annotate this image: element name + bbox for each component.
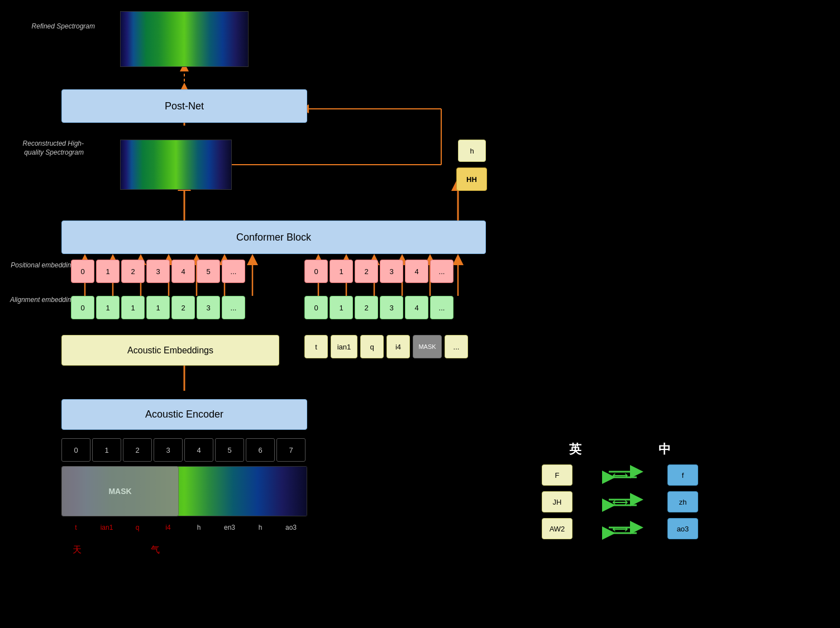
align-right-2: 2 [355, 296, 378, 319]
token-ian1: ian1 [92, 522, 121, 532]
hh-box: HH [456, 167, 487, 191]
pos-left-5: 5 [197, 260, 220, 283]
acoustic-embeddings-box: Acoustic Embeddings [61, 335, 279, 366]
align-right-4: 4 [405, 296, 428, 319]
token-ao3: ao3 [276, 522, 306, 532]
pos-right-3: 3 [380, 260, 403, 283]
phoneme-i4: i4 [386, 335, 410, 358]
chinese-tian: 天 [73, 544, 82, 556]
idx-5: 5 [215, 438, 244, 462]
chinese-qi: 气 [151, 544, 160, 556]
align-left-dots: ... [222, 296, 245, 319]
legend-ao3-box: ao3 [667, 518, 698, 539]
diagram-container: Refined Spectrogram Post-Net Reconstruct… [0, 0, 840, 628]
align-left-2: 1 [121, 296, 145, 319]
legend-arrow-1: ⟷ [612, 468, 628, 482]
conformer-block-box: Conformer Block [61, 220, 486, 254]
acoustic-encoder-box: Acoustic Encoder [61, 399, 307, 430]
align-left-1: 1 [96, 296, 120, 319]
legend-AW2-box: AW2 [542, 518, 572, 539]
align-right-0: 0 [304, 296, 328, 319]
legend-zh-box: zh [667, 491, 698, 512]
conformer-block-label: Conformer Block [236, 232, 311, 243]
align-right-dots: ... [430, 296, 454, 319]
phoneme-q: q [360, 335, 384, 358]
align-left-0: 0 [71, 296, 94, 319]
phoneme-dots: ... [445, 335, 468, 358]
pos-left-1: 1 [96, 260, 120, 283]
pos-right-2: 2 [355, 260, 378, 283]
legend-zh-title: 中 [642, 441, 687, 458]
pos-left-dots: ... [222, 260, 245, 283]
token-h2: h [246, 522, 275, 532]
align-left-5: 3 [197, 296, 220, 319]
post-net-label: Post-Net [165, 100, 204, 112]
idx-7: 7 [276, 438, 306, 462]
positional-embeddings-label: Positional embeddings [6, 261, 78, 270]
legend-arrow-2: ⟷ [612, 495, 628, 509]
pos-left-4: 4 [171, 260, 195, 283]
idx-2: 2 [123, 438, 152, 462]
token-en3: en3 [215, 522, 244, 532]
idx-1: 1 [92, 438, 121, 462]
token-i4: i4 [154, 522, 183, 532]
pos-left-3: 3 [146, 260, 170, 283]
pos-left-2: 2 [121, 260, 145, 283]
legend-arrow-3: ⟷ [612, 522, 628, 535]
legend-JH-box: JH [542, 491, 572, 512]
idx-0: 0 [61, 438, 90, 462]
acoustic-embeddings-label: Acoustic Embeddings [127, 346, 213, 356]
align-right-3: 3 [380, 296, 403, 319]
align-right-1: 1 [330, 296, 353, 319]
input-spectrogram-area: MASK [61, 466, 307, 516]
legend-en-title: 英 [553, 441, 598, 458]
phoneme-mask: MASK [413, 335, 442, 358]
reconstructed-label: Reconstructed High-quality Spectrogram [6, 140, 84, 157]
mask-overlay: MASK [61, 466, 179, 516]
token-h: h [184, 522, 213, 532]
acoustic-encoder-label: Acoustic Encoder [145, 409, 223, 420]
token-q: q [123, 522, 152, 532]
align-left-3: 1 [146, 296, 170, 319]
legend-f-box: f [667, 464, 698, 486]
pos-right-0: 0 [304, 260, 328, 283]
legend-F-box: F [542, 464, 572, 486]
legend-container: 英 中 F ⟷ f JH ⟷ zh AW2 [542, 441, 698, 545]
idx-4: 4 [184, 438, 213, 462]
alignment-embeddings-label: Alignment embeddings [6, 296, 78, 305]
refined-spectrogram-label: Refined Spectrogram [28, 22, 95, 31]
h-box: h [458, 140, 486, 162]
post-net-box: Post-Net [61, 89, 307, 123]
pos-right-4: 4 [405, 260, 428, 283]
pos-left-0: 0 [71, 260, 94, 283]
phoneme-ian1: ian1 [331, 335, 357, 358]
align-left-4: 2 [171, 296, 195, 319]
pos-right-1: 1 [330, 260, 353, 283]
token-t: t [61, 522, 90, 532]
idx-6: 6 [246, 438, 275, 462]
pos-right-dots: ... [430, 260, 454, 283]
idx-3: 3 [154, 438, 183, 462]
reconstructed-spectrogram-image [120, 140, 232, 190]
refined-spectrogram-image [120, 11, 249, 67]
phoneme-t: t [304, 335, 328, 358]
